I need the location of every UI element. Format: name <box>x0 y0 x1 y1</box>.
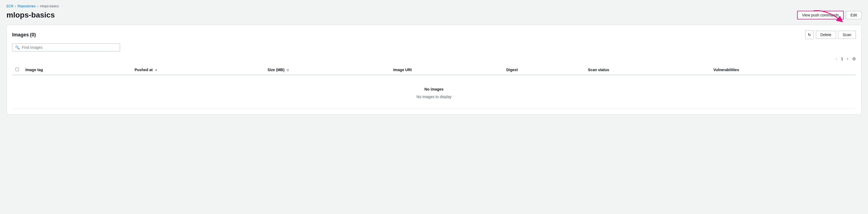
search-bar: 🔍 <box>12 43 120 51</box>
search-input[interactable] <box>22 45 117 49</box>
col-image-tag: Image tag <box>22 65 131 75</box>
card-title: Images <box>12 32 29 38</box>
card-count: (0) <box>30 32 36 38</box>
refresh-icon: ↻ <box>808 33 811 37</box>
page-header: mlops-basics View push commands Edit <box>6 11 862 20</box>
header-actions: View push commands Edit <box>797 11 862 20</box>
col-pushed-at: Pushed at ▼ <box>131 65 264 75</box>
breadcrumb-repositories[interactable]: Repositories <box>18 4 36 8</box>
page-title: mlops-basics <box>6 11 55 20</box>
col-digest: Digest <box>503 65 585 75</box>
table-header-row: Image tag Pushed at ▼ Size (MB) ▽ Image … <box>12 65 856 75</box>
size-sort-icon: ▽ <box>287 69 289 72</box>
next-page-button[interactable]: › <box>845 56 850 62</box>
pagination-row: ‹ 1 › ⚙ <box>12 56 856 62</box>
breadcrumb-sep-1: › <box>15 4 16 8</box>
table-settings-button[interactable]: ⚙ <box>852 56 856 62</box>
col-size: Size (MB) ▽ <box>264 65 390 75</box>
col-scan-status: Scan status <box>585 65 710 75</box>
card-actions: ↻ Delete Scan <box>805 31 856 39</box>
refresh-button[interactable]: ↻ <box>805 31 814 39</box>
card-header: Images (0) ↻ Delete Scan <box>12 31 856 39</box>
breadcrumb-sep-2: › <box>37 4 38 8</box>
breadcrumb: ECR › Repositories › mlops-basics <box>6 4 862 8</box>
prev-page-button[interactable]: ‹ <box>834 56 839 62</box>
view-push-commands-button[interactable]: View push commands <box>797 11 844 20</box>
images-table: Image tag Pushed at ▼ Size (MB) ▽ Image … <box>12 65 856 109</box>
empty-sub-message: No images to display <box>16 94 852 105</box>
select-all-col <box>12 65 22 75</box>
page-number: 1 <box>841 57 843 61</box>
edit-button[interactable]: Edit <box>846 11 862 19</box>
table-body: No images No images to display <box>12 75 856 109</box>
empty-row: No images No images to display <box>12 75 856 109</box>
breadcrumb-ecr[interactable]: ECR <box>6 4 13 8</box>
pushed-at-sort-icon: ▼ <box>155 69 157 72</box>
col-vulnerabilities: Vulnerabilities <box>710 65 856 75</box>
empty-message: No images <box>16 78 852 94</box>
images-card: Images (0) ↻ Delete Scan 🔍 ‹ 1 › ⚙ <box>6 25 862 114</box>
breadcrumb-current: mlops-basics <box>40 4 59 8</box>
delete-button[interactable]: Delete <box>816 31 836 39</box>
select-all-checkbox[interactable] <box>16 68 19 71</box>
col-image-uri: Image URI <box>390 65 503 75</box>
search-icon: 🔍 <box>15 45 20 49</box>
scan-button[interactable]: Scan <box>838 31 856 39</box>
